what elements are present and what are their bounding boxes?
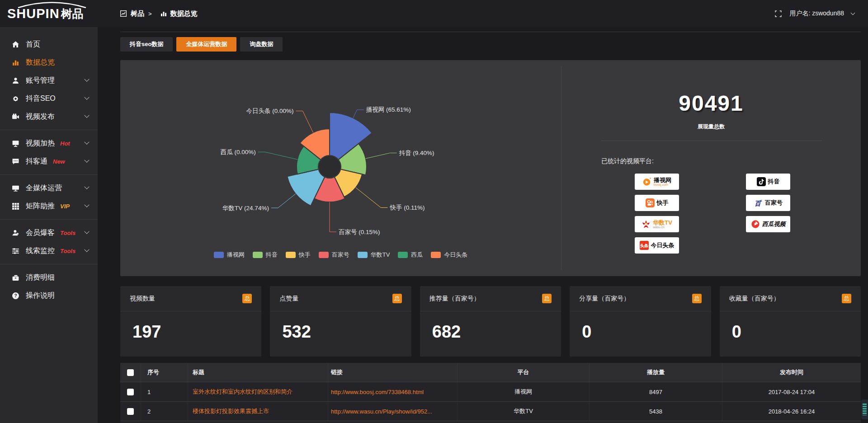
legend-item-播视网[interactable]: 播视网 [214,251,245,259]
topbar-divider [120,32,861,32]
chevron-down-icon [84,140,89,145]
cell-plays: 5438 [590,402,722,421]
legend-label: 华数TV [371,251,390,259]
logo-arc [16,2,88,8]
tab-bar: 抖音seo数据全媒体运营数据询盘数据 [120,37,861,52]
chevron-down-icon[interactable] [851,10,855,15]
sidebar-item-matrix-boost[interactable]: 矩阵助推VIP [0,197,98,215]
total-badge[interactable]: 总 [842,294,851,303]
cell-seq: 1 [141,382,188,401]
cell-title-link[interactable]: 楼体投影灯投影效果震撼上市 [188,402,328,421]
card-value: 197 [120,311,261,342]
legend-label: 快手 [299,251,311,259]
total-label: 展现量总数 [561,123,861,131]
sidebar-item-label: 抖音SEO [26,94,56,103]
kuaishou-logo-icon [646,198,655,207]
sidebar-item-tag: New [53,158,65,165]
pie-label-line [258,152,297,160]
sidebar-item-video-heating[interactable]: 视频加热Hot [0,134,98,152]
legend-swatch [319,252,329,258]
platform-badge-快手[interactable]: 快手 [635,195,679,211]
monitor-icon [12,184,19,192]
sidebar-item-account-management[interactable]: 账号管理 [0,71,98,89]
platform-badges-left: 播视网boosj.com快手华数TVwasu.cn头条今日头条 [635,174,679,254]
platform-badge-播视网[interactable]: 播视网boosj.com [635,174,679,190]
pie-label-line [330,202,336,232]
card-value: 682 [420,311,561,342]
cell-url-link[interactable]: http://www.wasu.cn/Play/show/id/952... [328,402,458,421]
platform-sub: boosj.com [654,183,671,186]
pie-center-hole [319,156,340,178]
legend-item-抖音[interactable]: 抖音 [253,251,278,259]
toutiao-logo-icon: 头条 [640,241,649,250]
wasu-logo-icon [642,220,651,229]
user-star-icon [12,229,19,237]
sidebar: 首页数据总览账号管理抖音SEO视频发布视频加热Hot抖客通New全媒体运营矩阵助… [0,27,98,423]
legend-item-百家号[interactable]: 百家号 [319,251,349,259]
pie-label-line [366,153,397,159]
sidebar-item-video-publish[interactable]: 视频发布 [0,108,98,126]
legend-item-快手[interactable]: 快手 [286,251,311,259]
platform-badge-百家号[interactable]: 百百家号 [746,195,790,211]
sidebar-item-operation-guide[interactable]: ?操作说明 [0,287,98,305]
svg-text:头条: 头条 [640,243,649,248]
cell-title-link[interactable]: 室外水纹灯和室内水纹灯的区别和简介 [188,382,328,401]
chevron-down-icon [84,95,89,100]
floating-widget[interactable] [861,400,868,419]
svg-text:?: ? [14,293,17,298]
tab-inquiry-data[interactable]: 询盘数据 [240,37,283,52]
total-badge[interactable]: 总 [692,294,702,303]
sidebar-item-omni-media[interactable]: 全媒体运营 [0,179,98,197]
sidebar-item-member-baoke[interactable]: 会员爆客Tools [0,224,98,242]
sidebar-item-label: 视频发布 [26,112,55,122]
username-label[interactable]: 用户名: zswodun88 [789,9,844,18]
sidebar-item-tag: VIP [60,203,70,210]
sidebar-item-douketong[interactable]: 抖客通New [0,152,98,170]
legend-swatch [286,252,296,258]
cell-platform: 播视网 [458,382,590,401]
platform-sub: wasu.cn [653,226,672,229]
tab-douyin-seo-data[interactable]: 抖音seo数据 [120,37,173,52]
platform-badge-今日头条[interactable]: 头条今日头条 [635,237,679,254]
cell-url-link[interactable]: http://www.boosj.com/7338468.html [328,382,458,401]
stripes-icon [863,404,867,415]
pie-label: 抖音 (9.40%) [399,150,434,156]
tab-omni-media-data[interactable]: 全媒体运营数据 [176,37,236,52]
pie-label: 今日头条 (0.00%) [246,108,294,114]
sidebar-item-home[interactable]: 首页 [0,35,98,53]
table-row: 1室外水纹灯和室内水纹灯的区别和简介http://www.boosj.com/7… [120,382,861,401]
row-checkbox[interactable] [127,389,134,395]
boosj-logo-icon [642,177,651,186]
sidebar-item-label: 数据总览 [26,58,55,67]
cell-time: 2018-04-26 16:24 [722,402,861,421]
card-value: 532 [270,311,411,342]
home-icon [12,41,19,48]
legend-item-华数TV[interactable]: 华数TV [358,251,390,259]
cell-seq: 2 [141,402,188,421]
sidebar-item-consumption-detail[interactable]: 消费明细 [0,268,98,287]
platform-name: 百家号 [765,200,783,206]
platform-badge-华数TV[interactable]: 华数TVwasu.cn [635,216,679,232]
total-badge[interactable]: 总 [242,294,252,303]
legend-item-西瓜[interactable]: 西瓜 [398,251,423,259]
sidebar-item-lead-monitor[interactable]: 线索监控Tools [0,242,98,260]
sidebar-item-data-overview[interactable]: 数据总览 [0,53,98,71]
platform-name: 快手 [657,200,669,206]
sidebar-item-douyin-seo[interactable]: 抖音SEO [0,89,98,108]
select-all-checkbox[interactable] [127,369,134,376]
platform-badge-西瓜视频[interactable]: 西瓜视频 [746,216,790,232]
total-badge[interactable]: 总 [542,294,552,303]
total-badge[interactable]: 总 [392,294,402,303]
platform-badge-抖音[interactable]: 抖音 [746,174,790,190]
column-header: 序号 [141,363,188,382]
rose-chart: 播视网 (65.61%)抖音 (9.40%)快手 (0.11%)百家号 (0.1… [120,60,561,276]
legend-item-今日头条[interactable]: 今日头条 [431,251,467,259]
chart-bars-icon [12,59,19,66]
summary-divider [601,141,821,141]
fullscreen-icon[interactable] [774,10,782,18]
row-checkbox[interactable] [127,408,134,415]
sidebar-item-label: 首页 [26,40,40,49]
column-header: 链接 [328,363,458,382]
legend-label: 播视网 [227,251,245,259]
breadcrumb-home[interactable]: 树品 [131,9,144,18]
